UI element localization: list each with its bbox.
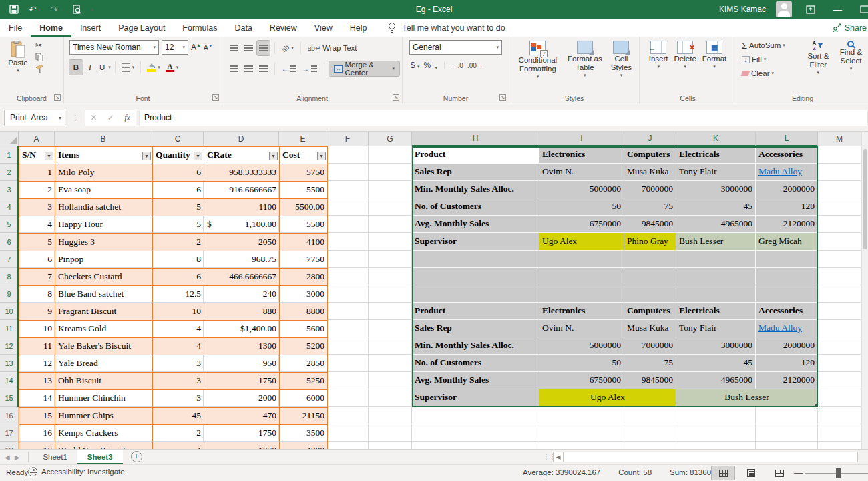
name-box[interactable]: Print_Area ▾ bbox=[4, 110, 65, 126]
align-center-button[interactable] bbox=[242, 61, 255, 76]
redo-button[interactable]: ↷▾ bbox=[50, 5, 61, 14]
cell-empty[interactable] bbox=[412, 251, 539, 268]
decrease-decimal-button[interactable]: .00→ bbox=[467, 62, 483, 69]
menu-tab-home[interactable]: Home bbox=[31, 19, 71, 37]
cell-crate-row8[interactable]: 240 bbox=[204, 286, 280, 303]
cell-45[interactable]: 45 bbox=[676, 355, 756, 372]
cell-items-row7[interactable]: Checkers Custard bbox=[55, 269, 153, 286]
cell-accessories[interactable]: Accessories bbox=[756, 146, 818, 164]
cell-no-of-customers[interactable]: No. of Customers bbox=[412, 355, 539, 372]
filter-dropdown-icon[interactable]: ▼ bbox=[45, 152, 53, 160]
row-header-11[interactable]: 11 bbox=[0, 320, 19, 337]
column-header-d[interactable]: D bbox=[204, 132, 279, 146]
cell-s-n-row3[interactable]: 3 bbox=[19, 199, 55, 216]
cell-cost-row5[interactable]: 4100 bbox=[280, 234, 328, 251]
cell-empty[interactable] bbox=[624, 251, 676, 268]
row-header-12[interactable]: 12 bbox=[0, 337, 19, 355]
cell-9845000[interactable]: 9845000 bbox=[624, 216, 676, 233]
cell-s-n-row2[interactable]: 2 bbox=[19, 182, 55, 199]
filter-dropdown-icon[interactable]: ▼ bbox=[269, 152, 278, 160]
cell-2000000[interactable]: 2000000 bbox=[756, 337, 818, 355]
cell-ugo-alex[interactable]: Ugo Alex bbox=[539, 389, 676, 407]
column-header-i[interactable]: I bbox=[539, 132, 624, 146]
cell-empty[interactable] bbox=[539, 251, 624, 268]
zoom-slider-handle[interactable] bbox=[836, 468, 841, 478]
cell-cost-row12[interactable]: 2850 bbox=[280, 355, 328, 373]
italic-button[interactable]: I bbox=[84, 60, 96, 75]
row-header-2[interactable]: 2 bbox=[0, 164, 19, 181]
vertical-scrollbar[interactable] bbox=[861, 132, 868, 450]
hscroll-left-arrow[interactable]: ◀ bbox=[553, 452, 564, 462]
cell-electricals[interactable]: Electricals bbox=[676, 303, 756, 320]
conditional-formatting-button[interactable]: ≠ Conditional Formatting ▾ bbox=[513, 39, 563, 89]
cell-s-n-row5[interactable]: 5 bbox=[19, 234, 55, 251]
cell-6750000[interactable]: 6750000 bbox=[539, 372, 624, 389]
percent-format-button[interactable]: % bbox=[424, 61, 431, 70]
sort-filter-button[interactable]: AZ Sort & Filter ▾ bbox=[804, 39, 833, 89]
cell-items-row14[interactable]: Hummer Chinchin bbox=[55, 390, 153, 408]
cell-2000000[interactable]: 2000000 bbox=[756, 181, 818, 198]
cell-items-row9[interactable]: Fragrant Biscuit bbox=[55, 303, 153, 321]
cell-cost-row1[interactable]: 5750 bbox=[280, 164, 328, 182]
save-icon[interactable] bbox=[9, 5, 19, 14]
cell-crate-row10[interactable]: $1,400.00 bbox=[204, 321, 280, 338]
align-right-button[interactable] bbox=[257, 61, 270, 76]
clear-button[interactable]: Clear▾ bbox=[740, 68, 800, 79]
alignment-dialog-launcher[interactable]: ↘ bbox=[393, 94, 399, 101]
cell-cost-row13[interactable]: 5250 bbox=[280, 373, 328, 390]
cell-quantity-row10[interactable]: 4 bbox=[153, 321, 204, 338]
cell-9845000[interactable]: 9845000 bbox=[624, 372, 676, 389]
cancel-entry-button[interactable]: ✕ bbox=[85, 113, 102, 122]
cell-crate-row5[interactable]: 2050 bbox=[204, 234, 280, 251]
cell-cost-row15[interactable]: 21150 bbox=[280, 408, 328, 425]
cell-3000000[interactable]: 3000000 bbox=[676, 337, 756, 355]
cell-s-n-row12[interactable]: 12 bbox=[19, 355, 55, 373]
cell-crate-row1[interactable]: 958.3333333 bbox=[204, 164, 280, 182]
name-box-caret[interactable]: ▾ bbox=[59, 115, 61, 121]
cell-s-n-row15[interactable]: 15 bbox=[19, 408, 55, 425]
cell-items-row13[interactable]: Ohh Biscuit bbox=[55, 373, 153, 390]
sheet-nav-left-icon[interactable]: ◀ bbox=[0, 450, 15, 464]
cell-tony-flair[interactable]: Tony Flair bbox=[676, 320, 756, 337]
cell-quantity-row14[interactable]: 3 bbox=[153, 390, 204, 408]
cell-empty[interactable] bbox=[756, 251, 818, 268]
cell-3000000[interactable]: 3000000 bbox=[676, 181, 756, 198]
status-average[interactable]: Average: 3390024.167 bbox=[523, 468, 600, 476]
user-name[interactable]: KIMS Kamac bbox=[719, 5, 766, 14]
cell-greg-micah[interactable]: Greg Micah bbox=[756, 233, 818, 251]
cell-quantity-row11[interactable]: 4 bbox=[153, 338, 204, 355]
cell-styles-button[interactable]: Cell Styles ▾ bbox=[607, 39, 636, 89]
row-header-5[interactable]: 5 bbox=[0, 216, 19, 233]
increase-decimal-button[interactable]: ←.0 bbox=[451, 62, 463, 69]
align-top-button[interactable] bbox=[228, 41, 240, 55]
cell-tony-flair[interactable]: Tony Flair bbox=[676, 164, 756, 181]
cell-crate-row3[interactable]: 1100 bbox=[204, 199, 280, 216]
cell-75[interactable]: 75 bbox=[624, 198, 676, 216]
cell-cost-row3[interactable]: 5500.00 bbox=[280, 199, 328, 216]
cell-crate-row4[interactable]: $1,100.00 bbox=[204, 216, 280, 234]
cell-50[interactable]: 50 bbox=[539, 198, 624, 216]
cell-empty[interactable] bbox=[539, 285, 624, 303]
cell-items-row16[interactable]: Kemps Crackers bbox=[55, 425, 153, 442]
fill-color-button[interactable]: ▾ bbox=[145, 60, 162, 75]
normal-view-button[interactable] bbox=[712, 466, 734, 480]
cell-empty[interactable] bbox=[624, 285, 676, 303]
sheet-nav-right-icon[interactable]: ▶ bbox=[15, 450, 25, 464]
row-header-14[interactable]: 14 bbox=[0, 372, 19, 389]
column-header-g[interactable]: G bbox=[369, 132, 412, 146]
cell-empty[interactable] bbox=[756, 285, 818, 303]
underline-button[interactable]: U bbox=[97, 60, 107, 75]
cell-quantity-row2[interactable]: 6 bbox=[153, 182, 204, 199]
cell-bush-lesser[interactable]: Bush Lesser bbox=[676, 233, 756, 251]
cell-quantity-row1[interactable]: 6 bbox=[153, 164, 204, 182]
format-as-table-button[interactable]: Format as Table ▾ bbox=[566, 39, 604, 89]
cell-s-n-row4[interactable]: 4 bbox=[19, 216, 55, 234]
cell-madu-alloy[interactable]: Madu Alloy bbox=[756, 320, 818, 337]
cell-items-row12[interactable]: Yale Bread bbox=[55, 355, 153, 373]
cell-4965000[interactable]: 4965000 bbox=[676, 372, 756, 389]
hyperlink-madu-alloy[interactable]: Madu Alloy bbox=[758, 323, 802, 333]
cell-accessories[interactable]: Accessories bbox=[756, 303, 818, 320]
cell-crate-row13[interactable]: 1750 bbox=[204, 373, 280, 390]
number-format-select[interactable]: General▾ bbox=[409, 40, 502, 55]
hyperlink-madu-alloy[interactable]: Madu Alloy bbox=[758, 166, 802, 176]
